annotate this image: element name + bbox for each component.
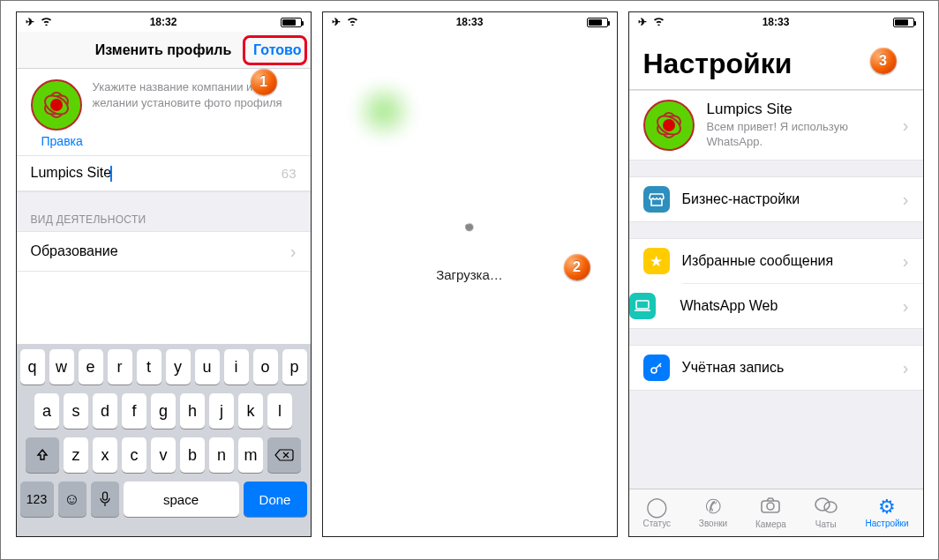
profile-status: Всем привет! Я использую WhatsApp. <box>707 120 890 150</box>
tab-status[interactable]: ◯ Статус <box>642 497 671 528</box>
profile-name: Lumpics Site <box>707 101 890 118</box>
tab-label: Звонки <box>699 519 727 528</box>
nav-title: Изменить профиль <box>95 42 231 58</box>
tab-chats[interactable]: Чаты <box>815 497 838 529</box>
phone-icon: ✆ <box>705 497 721 517</box>
svg-point-6 <box>824 502 837 512</box>
key-r[interactable]: r <box>108 349 132 385</box>
key-i[interactable]: i <box>224 349 249 385</box>
avatar[interactable] <box>31 79 82 131</box>
phone-screen-3: ✈ 18:33 Настройки 3 Lumpics Site <box>628 11 924 537</box>
key-g[interactable]: g <box>151 393 176 429</box>
key-n[interactable]: n <box>209 437 234 473</box>
status-bar: ✈ 18:33 <box>629 12 923 32</box>
status-time: 18:33 <box>323 16 617 28</box>
star-icon: ★ <box>643 248 670 274</box>
chevron-right-icon: › <box>903 190 909 208</box>
key-e[interactable]: e <box>79 349 103 385</box>
tab-label: Чаты <box>815 519 837 529</box>
key-mic[interactable] <box>91 482 119 517</box>
status-icon: ◯ <box>646 497 668 517</box>
key-123[interactable]: 123 <box>20 482 54 517</box>
done-button[interactable]: Готово <box>253 32 301 68</box>
key-row-1: q w e r t y u i o p <box>20 349 307 385</box>
step-marker-2: 2 <box>564 254 590 280</box>
key-row-4: 123 ☺ space Done <box>20 482 307 517</box>
chevron-right-icon: › <box>290 243 297 260</box>
navbar: Изменить профиль Готово <box>17 32 311 69</box>
key-c[interactable]: c <box>122 437 146 473</box>
svg-rect-0 <box>102 492 107 500</box>
row-label: Бизнес-настройки <box>682 191 890 207</box>
row-account[interactable]: Учётная запись › <box>629 346 923 390</box>
key-row-3: z x c v b n m <box>20 437 307 473</box>
tab-calls[interactable]: ✆ Звонки <box>699 497 727 528</box>
name-input-row[interactable]: Lumpics Site 63 <box>17 155 311 191</box>
category-value: Образование <box>31 243 118 259</box>
key-shift[interactable] <box>26 437 59 473</box>
spinner-icon <box>454 223 485 253</box>
key-u[interactable]: u <box>195 349 220 385</box>
section-header-category: ВИД ДЕЯТЕЛЬНОСТИ <box>17 191 311 231</box>
key-z[interactable]: z <box>64 437 88 473</box>
chats-icon <box>815 497 838 518</box>
row-whatsapp-web[interactable]: WhatsApp Web › <box>682 283 923 328</box>
name-input-value[interactable]: Lumpics Site <box>31 165 112 180</box>
row-business-settings[interactable]: Бизнес-настройки › <box>629 177 923 221</box>
status-time: 18:32 <box>17 16 311 28</box>
key-k[interactable]: k <box>238 393 263 429</box>
key-space[interactable]: space <box>124 482 239 517</box>
chevron-right-icon: › <box>903 116 909 134</box>
key-x[interactable]: x <box>93 437 117 473</box>
tab-label: Статус <box>642 519 671 528</box>
tab-label: Настройки <box>866 519 909 528</box>
status-bar: ✈ 18:32 <box>17 12 311 32</box>
blurred-avatar <box>349 85 418 138</box>
key-y[interactable]: y <box>166 349 191 385</box>
profile-row[interactable]: Lumpics Site Всем привет! Я использую Wh… <box>629 91 923 160</box>
key-j[interactable]: j <box>209 393 234 429</box>
key-h[interactable]: h <box>180 393 205 429</box>
row-label: Избранные сообщения <box>682 253 890 269</box>
battery-icon <box>281 18 302 27</box>
key-q[interactable]: q <box>20 349 45 385</box>
key-l[interactable]: l <box>267 393 292 429</box>
phone-screen-1: ✈ 18:32 Изменить профиль Готово 1 Укажит… <box>16 11 312 537</box>
row-starred-messages[interactable]: ★ Избранные сообщения › <box>629 239 923 283</box>
avatar <box>643 100 695 151</box>
laptop-icon <box>629 293 656 319</box>
row-label: WhatsApp Web <box>680 298 890 314</box>
chevron-right-icon: › <box>903 297 909 315</box>
key-a[interactable]: a <box>34 393 59 429</box>
status-bar: ✈ 18:33 <box>323 12 617 32</box>
key-t[interactable]: t <box>137 349 162 385</box>
battery-icon <box>893 18 914 27</box>
edit-avatar-link[interactable]: Правка <box>17 134 311 155</box>
key-b[interactable]: b <box>180 437 205 473</box>
key-backspace[interactable] <box>267 437 301 473</box>
key-icon <box>643 355 670 381</box>
key-w[interactable]: w <box>49 349 74 385</box>
storefront-icon <box>643 186 670 213</box>
key-s[interactable]: s <box>64 393 88 429</box>
key-f[interactable]: f <box>122 393 146 429</box>
key-p[interactable]: p <box>282 349 307 385</box>
svg-rect-1 <box>636 301 649 309</box>
key-v[interactable]: v <box>151 437 176 473</box>
key-done[interactable]: Done <box>244 482 307 517</box>
tab-bar: ◯ Статус ✆ Звонки Камера Ч <box>629 489 923 536</box>
svg-point-4 <box>767 503 774 510</box>
tab-label: Камера <box>755 519 786 529</box>
key-emoji[interactable]: ☺ <box>58 482 86 517</box>
gear-icon: ⚙ <box>878 497 896 517</box>
chevron-right-icon: › <box>903 359 909 377</box>
step-marker-3: 3 <box>870 48 897 74</box>
key-d[interactable]: d <box>93 393 117 429</box>
tab-settings[interactable]: ⚙ Настройки <box>866 497 909 528</box>
category-row[interactable]: Образование › <box>17 231 311 272</box>
tab-camera[interactable]: Камера <box>755 497 786 529</box>
chevron-right-icon: › <box>903 252 909 270</box>
row-label: Учётная запись <box>682 360 890 376</box>
key-m[interactable]: m <box>238 437 263 473</box>
key-o[interactable]: o <box>253 349 278 385</box>
